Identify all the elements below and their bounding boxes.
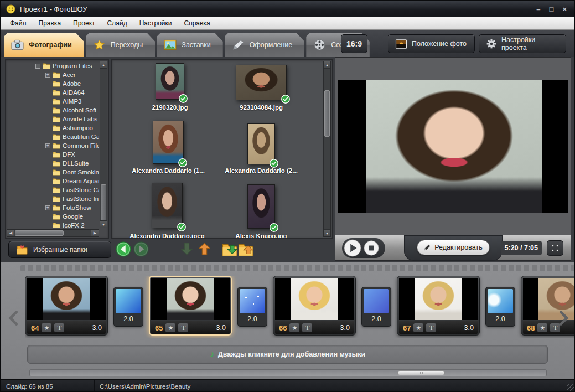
tree-item[interactable]: Ashampoo [7, 123, 99, 132]
photo-item[interactable]: Alexandra Daddario (2... [217, 123, 305, 164]
photos-vertical-scrollbar[interactable]: ▲ ▼ [323, 61, 331, 237]
tree-item[interactable]: Anvide Labs [7, 115, 99, 123]
tree-item[interactable]: + FotoShow [7, 203, 99, 212]
tree-item[interactable]: Dont Smoking [7, 168, 99, 177]
tab[interactable]: Оформление [225, 33, 305, 57]
tree-item[interactable]: FastStone Ca [7, 185, 99, 194]
star-rating-icon[interactable]: ★ [413, 323, 423, 332]
back-button[interactable] [116, 241, 131, 257]
tree-item[interactable]: AIDA64 [7, 88, 99, 97]
timeline-scroll-left-icon[interactable] [8, 311, 18, 326]
menu-item[interactable]: Справка [178, 18, 216, 29]
text-badge-icon[interactable]: T [178, 323, 188, 332]
tab[interactable]: Заставки [157, 33, 222, 57]
star-rating-icon[interactable]: ★ [289, 323, 299, 332]
timeline-slide[interactable]: 64 ★ T 3.0 [25, 276, 108, 336]
photo-position-button[interactable]: Положение фото [388, 34, 475, 53]
move-up-button[interactable] [198, 241, 211, 256]
text-badge-icon[interactable]: T [550, 323, 560, 332]
timeline-transition[interactable]: 2.0 [485, 287, 515, 327]
tree-item[interactable]: Google [7, 212, 99, 221]
photo-thumbnail[interactable] [152, 183, 183, 228]
star-rating-icon[interactable]: ★ [42, 323, 51, 332]
star-rating-icon[interactable]: ★ [537, 323, 547, 332]
timeline-slide[interactable]: 68 ★ T [521, 276, 575, 336]
tree-item[interactable]: Alcohol Soft [7, 106, 99, 115]
menu-item[interactable]: Настройки [133, 18, 178, 29]
text-badge-icon[interactable]: T [426, 323, 436, 332]
text-badge-icon[interactable]: T [302, 323, 312, 332]
timeline-slide[interactable]: 66 ★ T 3.0 [273, 276, 356, 336]
scroll-up-icon[interactable]: ▲ [100, 61, 107, 69]
play-button[interactable] [344, 239, 361, 257]
photo-item[interactable]: Alexandra Daddario.jpeg [123, 183, 211, 228]
tree-vertical-scrollbar[interactable]: ▲ ▼ [100, 61, 107, 228]
close-button[interactable]: × [562, 5, 567, 13]
text-badge-icon[interactable]: T [54, 323, 64, 332]
scroll-thumb[interactable] [15, 230, 64, 236]
timeline-scroll-right-icon[interactable] [560, 311, 569, 326]
tree-item[interactable]: DLLSuite [7, 159, 99, 168]
menu-item[interactable]: Слайд [101, 18, 133, 29]
photo-thumbnail[interactable] [156, 63, 184, 100]
photo-item[interactable]: 2190320.jpg [126, 63, 214, 100]
photo-thumbnail[interactable] [247, 123, 275, 164]
project-settings-button[interactable]: Настройки проекта [479, 34, 566, 53]
edit-button[interactable]: Редактировать [417, 240, 490, 255]
scroll-down-icon[interactable]: ▼ [100, 220, 107, 228]
star-rating-icon[interactable]: ★ [165, 323, 175, 332]
tree-item[interactable]: + Acer [7, 70, 99, 79]
photo-thumbnail[interactable] [247, 184, 275, 229]
photo-thumbnail[interactable] [153, 121, 184, 164]
add-folder-button[interactable] [222, 243, 237, 256]
scroll-thumb[interactable] [397, 370, 445, 375]
stop-button[interactable] [364, 240, 379, 256]
maximize-button[interactable]: □ [550, 5, 554, 13]
tab[interactable]: Переходы [86, 33, 156, 57]
tree-item[interactable]: Adobe [7, 79, 99, 88]
tree-item[interactable]: - Program Files [7, 61, 99, 70]
add-music-bar[interactable]: ♪ Дважды кликните для добавления музыки [27, 345, 548, 364]
menu-item[interactable]: Правка [33, 18, 68, 29]
tree-item[interactable]: DFX [7, 150, 99, 159]
tree-item[interactable]: + Common File [7, 141, 99, 150]
minimize-button[interactable]: – [536, 5, 540, 13]
menu-item[interactable]: Файл [4, 18, 33, 29]
forward-button[interactable] [133, 241, 149, 257]
timeline-slide[interactable]: 67 ★ T 3.0 [397, 276, 480, 336]
open-folder-button[interactable] [238, 243, 253, 256]
scroll-thumb[interactable] [101, 184, 106, 222]
resize-grip[interactable] [567, 384, 574, 391]
photo-thumbnail[interactable] [236, 65, 287, 100]
tree-expander[interactable]: + [45, 143, 50, 148]
tree-horizontal-scrollbar[interactable]: ◀ ▶ [7, 229, 99, 237]
tree-item[interactable]: Beautifun Ga [7, 132, 99, 141]
tree-item[interactable]: IcoFX 2 [7, 221, 99, 228]
tree-item[interactable]: AIMP3 [7, 97, 99, 106]
favorite-folders-button[interactable]: Избранные папки [8, 241, 111, 258]
scroll-down-icon[interactable]: ▼ [324, 229, 330, 236]
tree-item[interactable]: FastStone In [7, 194, 99, 203]
photo-item[interactable]: Alexandra Daddario (1... [124, 121, 213, 164]
scroll-up-icon[interactable]: ▲ [324, 61, 330, 69]
tab[interactable]: Фотографии [4, 33, 84, 57]
menu-item[interactable]: Проект [67, 18, 101, 29]
tree-expander[interactable]: + [45, 73, 50, 78]
tree-item-label: AIMP3 [63, 98, 82, 105]
tree-item[interactable]: Dream Aquar [7, 177, 99, 185]
timeline-transition[interactable]: 2.0 [113, 287, 143, 327]
tree-expander[interactable]: + [45, 205, 50, 210]
timeline-slide[interactable]: 65 ★ T 3.0 [149, 276, 232, 336]
move-down-button[interactable] [180, 241, 193, 256]
timeline-horizontal-scrollbar[interactable] [29, 369, 547, 376]
fullscreen-button[interactable] [547, 240, 563, 256]
timeline-transition[interactable]: 2.0 [237, 287, 267, 327]
scroll-left-icon[interactable]: ◀ [7, 230, 14, 236]
timeline-transition[interactable]: 2.0 [361, 287, 391, 327]
aspect-ratio-button[interactable]: 16:9 [341, 34, 367, 53]
tree-expander[interactable]: - [35, 64, 40, 69]
photo-item[interactable]: 923104084.jpg [217, 65, 305, 100]
scroll-right-icon[interactable]: ▶ [91, 230, 99, 236]
photo-item[interactable]: Alexis Knapp.jpg [217, 184, 305, 229]
scroll-thumb[interactable] [324, 90, 330, 137]
